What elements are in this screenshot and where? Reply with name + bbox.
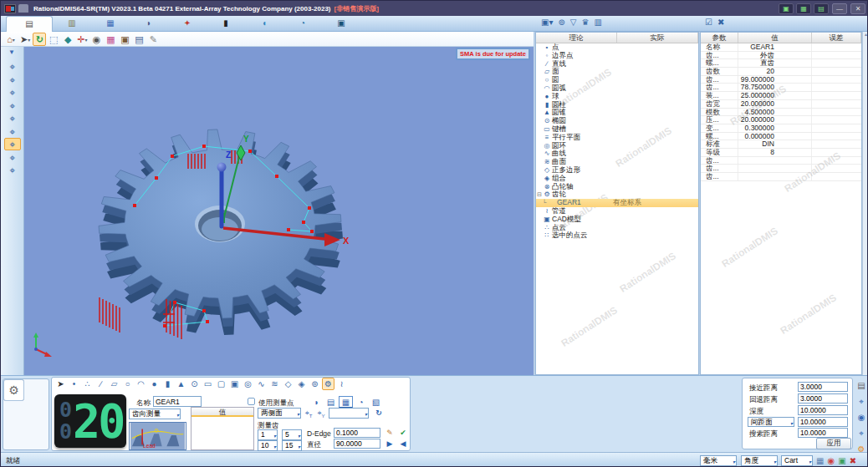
- cube-icon[interactable]: ▣: [228, 378, 241, 390]
- param-row[interactable]: 齿...: [701, 157, 861, 165]
- sphere-filter-button[interactable]: ⊚: [558, 18, 564, 27]
- compensation-icon[interactable]: ↻: [373, 408, 385, 419]
- param-row[interactable]: 模数4.500000: [701, 109, 861, 117]
- pipe-icon[interactable]: ≀: [335, 378, 348, 390]
- param-row[interactable]: 齿...外齿: [701, 52, 861, 60]
- polygon-icon[interactable]: ◇: [282, 378, 294, 390]
- circle-icon[interactable]: ○: [121, 378, 134, 390]
- machine-status-icon[interactable]: ▤: [814, 3, 829, 14]
- mouse-tab[interactable]: ◗: [130, 16, 168, 32]
- probe-manual-button[interactable]: ⌖: [4, 74, 21, 86]
- probe-auto-button[interactable]: ⌖: [4, 86, 21, 99]
- spacing-input[interactable]: [798, 417, 848, 427]
- tooth-from-select[interactable]: 1▾: [258, 429, 278, 440]
- crown-button[interactable]: ♛: [582, 18, 590, 27]
- tree-expander-icon[interactable]: ⊟: [536, 190, 543, 199]
- param-row[interactable]: 齿数20: [701, 68, 861, 76]
- spacing-mode-select[interactable]: 间距面▾: [748, 417, 794, 427]
- rectangle-icon[interactable]: ▢: [215, 378, 227, 390]
- cube-button[interactable]: ▤: [132, 33, 146, 46]
- check-all-button[interactable]: ☑: [705, 18, 712, 27]
- param-row[interactable]: 压...20.000000: [701, 116, 861, 124]
- shield-tab[interactable]: ◖: [245, 16, 283, 32]
- pin-icon[interactable]: ▼: [8, 48, 15, 56]
- probe-align-button[interactable]: ⌖: [4, 164, 21, 176]
- combine-icon[interactable]: ◈: [295, 378, 308, 390]
- cone-icon[interactable]: ▲: [175, 378, 187, 390]
- gear-name-input[interactable]: [153, 396, 202, 407]
- param-row[interactable]: 齿宽20.000000: [701, 100, 861, 109]
- viewport-3d[interactable]: X Y Z SMA is due for update: [24, 47, 534, 375]
- probe-disable-button[interactable]: ⌖: [4, 60, 21, 73]
- marquee-select-button[interactable]: ⬚: [47, 33, 60, 46]
- sphere-icon[interactable]: ●: [148, 378, 161, 390]
- record-icon[interactable]: ◉: [827, 455, 835, 466]
- monitor-tab[interactable]: ▣: [322, 16, 360, 32]
- machine-status-icon[interactable]: ▦: [796, 3, 811, 14]
- arc-icon[interactable]: ◠: [135, 378, 147, 390]
- probe-y-icon[interactable]: ⌖Y: [315, 408, 327, 419]
- param-row[interactable]: 变...0.300000: [701, 124, 861, 133]
- use-points-checkbox[interactable]: [248, 398, 255, 405]
- eye-button[interactable]: ◉: [89, 33, 103, 46]
- param-row[interactable]: 齿...: [701, 173, 861, 181]
- probe-teach-button[interactable]: ⌖: [4, 125, 21, 138]
- param-row[interactable]: 齿...78.750000: [701, 84, 861, 92]
- refresh-button[interactable]: ↻: [33, 33, 46, 46]
- document-tab[interactable]: ▥: [53, 16, 91, 32]
- tab-theory[interactable]: 理论: [536, 33, 617, 43]
- edge-check-icon[interactable]: ✔: [397, 428, 409, 439]
- prism-view-button[interactable]: ◆: [61, 33, 74, 46]
- param-row[interactable]: 齿...: [701, 165, 861, 173]
- dedge-input[interactable]: [334, 428, 380, 438]
- clock-tab[interactable]: ◔: [283, 16, 322, 32]
- printer-tab[interactable]: ▤: [6, 16, 53, 32]
- tree-item[interactable]: ◠圆弧: [536, 84, 698, 93]
- close-button[interactable]: ✕: [850, 3, 865, 14]
- graph-view-tab[interactable]: ▤: [324, 396, 338, 409]
- tree-expander-icon[interactable]: └: [541, 199, 548, 207]
- tooth-from2-select[interactable]: 10▾: [258, 440, 278, 451]
- angle-view-tab[interactable]: ◔: [354, 396, 368, 409]
- probe-move-button[interactable]: ⌖: [4, 151, 21, 164]
- machine-grid-icon[interactable]: ▦: [816, 455, 824, 466]
- param-row[interactable]: 装...25.000000: [701, 92, 861, 100]
- probe-path-button[interactable]: ⌖: [4, 138, 21, 150]
- palette-button[interactable]: ▦: [104, 33, 117, 46]
- probe-back-icon[interactable]: ◀: [397, 439, 409, 449]
- clear-button[interactable]: ✖: [717, 18, 724, 27]
- probe-forward-icon[interactable]: ▶: [384, 439, 396, 449]
- param-row[interactable]: 螺...0.000000: [701, 133, 861, 141]
- unit-select[interactable]: 毫米▾: [700, 455, 737, 466]
- home-button[interactable]: ⌂▾: [4, 33, 18, 46]
- stop-icon[interactable]: ✖: [850, 455, 856, 466]
- zoom-button[interactable]: ◉: [855, 411, 868, 424]
- probe-t-icon[interactable]: ⌖T: [303, 408, 314, 419]
- angle-select[interactable]: 角度▾: [741, 455, 778, 466]
- param-row[interactable]: 标准DIN: [701, 140, 861, 149]
- probe-scan-button[interactable]: ⌖: [4, 99, 21, 112]
- tooth-to-select[interactable]: 15▾: [282, 440, 302, 451]
- color-tab[interactable]: ✦: [168, 16, 207, 32]
- brush-button[interactable]: ✎: [146, 33, 160, 46]
- point-icon[interactable]: •: [68, 378, 80, 390]
- probe-edit-button[interactable]: ⌖: [4, 112, 21, 124]
- probe-tab[interactable]: ▮: [207, 16, 245, 32]
- param-row[interactable]: 螺...直齿: [701, 59, 861, 68]
- slot-icon[interactable]: ▭: [202, 378, 214, 390]
- probe-pick-icon[interactable]: ➤: [54, 378, 67, 390]
- probe-path-button[interactable]: ⌖: [855, 427, 868, 439]
- screen-icon[interactable]: ▣: [838, 455, 845, 466]
- probe-button[interactable]: ⌖: [855, 395, 868, 408]
- param-scrollbar[interactable]: ▲: [862, 32, 868, 375]
- approach-input[interactable]: [798, 382, 848, 392]
- param-row[interactable]: 齿...99.000000: [701, 76, 861, 84]
- list-view-tab[interactable]: ▦: [339, 396, 353, 409]
- minimize-button[interactable]: —: [832, 3, 847, 14]
- measure-mode-select[interactable]: 齿向测量▾: [129, 409, 181, 419]
- ellipse-icon[interactable]: ⊙: [188, 378, 201, 390]
- circle-center-icon[interactable]: ◎: [242, 378, 254, 390]
- torus-icon[interactable]: ⊚: [309, 378, 321, 390]
- line-icon[interactable]: ∕: [94, 378, 107, 390]
- table-tab[interactable]: ▦: [91, 16, 130, 32]
